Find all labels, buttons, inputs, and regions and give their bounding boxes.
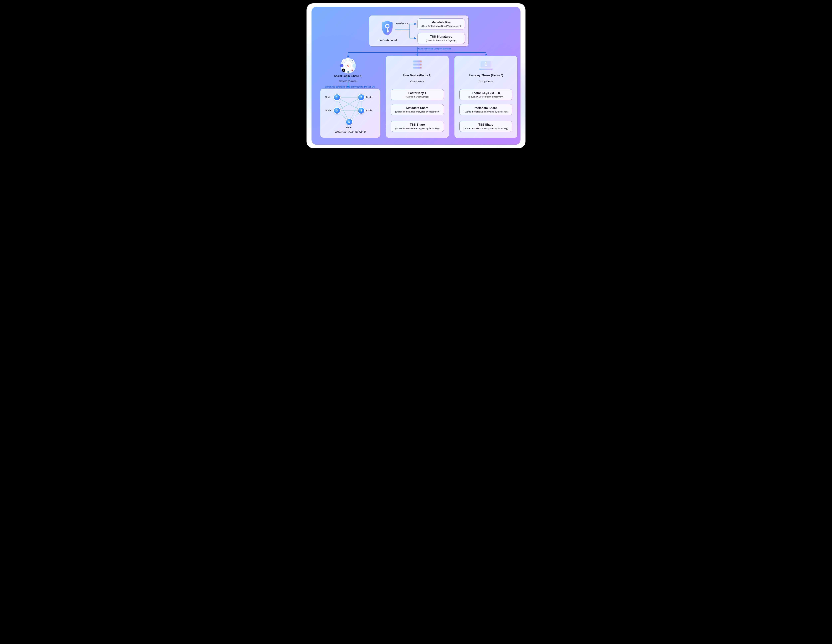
- shield-key-icon: [381, 20, 394, 36]
- metadata-key-sub: (Used for Metadata Read/Write access): [419, 25, 463, 27]
- box-sub: (Saved by user in form of recovery): [461, 96, 510, 98]
- node-3: 3: [334, 108, 340, 114]
- tss-sig-box: TSS Signatures (Used for Transaction Sig…: [418, 33, 465, 44]
- svg-line-15: [337, 97, 361, 111]
- box-title: Factor Key 1: [393, 91, 442, 95]
- components-label: Components: [454, 80, 517, 83]
- signatures-threshold-caption: Signatures generated using set threshold…: [320, 86, 381, 88]
- box-title: Metadata Share: [393, 106, 442, 110]
- box-sub: (Stored in User Device): [393, 96, 442, 98]
- svg-line-14: [337, 97, 361, 111]
- recovery-shares-card: Recovery Shares (Factor 3) Components Fa…: [454, 56, 517, 138]
- user-device-title: User Device (Factor 2): [386, 74, 449, 77]
- auth-network-label: Web3Auth (Auth Network): [320, 130, 380, 133]
- server-icon: [413, 60, 422, 70]
- service-provider-label: Service Provider: [331, 80, 365, 82]
- box-title: TSS Share: [461, 123, 510, 127]
- box-sub: (Stored in metadata encrypted by factor …: [461, 111, 510, 113]
- metadata-key-title: Metadata Key: [419, 21, 463, 24]
- output-threshold-caption: Output generated using set threshold: [417, 48, 451, 50]
- tss-sig-sub: (Used for Transaction Signing): [419, 39, 463, 42]
- node-label: Node: [366, 96, 372, 99]
- box-sub: (Stored in metadata encrypted by factor …: [461, 127, 510, 130]
- diagram-canvas: User's Account Final output Metadata Key…: [307, 3, 525, 148]
- node-2: 2: [358, 95, 364, 100]
- node-5: 5: [346, 119, 352, 125]
- factor-key-1-box: Factor Key 1 (Stored in User Device): [391, 89, 444, 100]
- users-account-group: User's Account Final output Metadata Key…: [369, 15, 469, 46]
- node-label: Node: [346, 126, 352, 129]
- node-label: Node: [325, 96, 331, 99]
- node-4: 4: [358, 108, 364, 114]
- box-title: Factor Keys 2,3 ... n: [461, 91, 510, 95]
- metadata-key-box: Metadata Key (Used for Metadata Read/Wri…: [418, 18, 465, 29]
- user-account-label: User's Account: [377, 39, 397, 42]
- node-label: Node: [366, 109, 372, 112]
- metadata-share-box: Metadata Share (Stored in metadata encry…: [391, 104, 444, 115]
- final-output-label: Final output: [396, 22, 409, 25]
- social-login-title: Social Login (Share A): [331, 75, 365, 77]
- node-1: 1: [334, 95, 340, 100]
- tss-sig-title: TSS Signatures: [419, 35, 463, 38]
- recovery-title: Recovery Shares (Factor 3): [454, 74, 517, 77]
- components-label: Components: [386, 80, 449, 83]
- box-sub: (Stored in metadata encrypted by factor …: [393, 111, 442, 113]
- metadata-share-box: Metadata Share (Stored in metadata encry…: [459, 104, 512, 115]
- social-login-cluster-icon: G ○ f 𝕏 ◎ in: [341, 58, 355, 73]
- box-title: Metadata Share: [461, 106, 510, 110]
- box-title: TSS Share: [393, 123, 442, 127]
- tss-share-box: TSS Share (Stored in metadata encrypted …: [459, 121, 512, 132]
- tss-share-box: TSS Share (Stored in metadata encrypted …: [391, 121, 444, 132]
- factor-keys-box: Factor Keys 2,3 ... n (Saved by user in …: [459, 89, 512, 100]
- user-device-card: User Device (Factor 2) Components Factor…: [386, 56, 449, 138]
- laptop-lock-icon: [479, 60, 493, 70]
- box-sub: (Stored in metadata encrypted by factor …: [393, 127, 442, 130]
- node-label: Node: [325, 109, 331, 112]
- auth-network-card: 1 2 3 4 5 Node Node Node Node Node Web3A…: [320, 88, 381, 138]
